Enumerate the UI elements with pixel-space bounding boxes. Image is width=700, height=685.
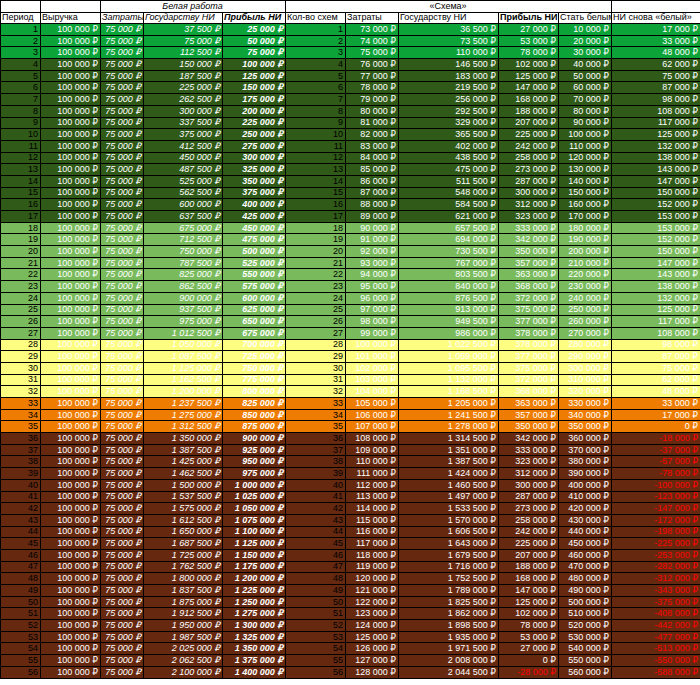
cell-scheme-count[interactable]: 52 <box>286 620 346 632</box>
cell-profit-white[interactable]: 225 000 ₽ <box>223 117 286 129</box>
cell-costs-scheme[interactable]: 78 000 ₽ <box>346 82 399 94</box>
cell-tax-scheme[interactable]: 949 500 ₽ <box>399 316 499 328</box>
header-cell-corner-blank[interactable] <box>1 1 41 13</box>
cell-ni-white-again[interactable]: 17 000 ₽ <box>612 24 700 36</box>
cell-costs-scheme[interactable]: 86 000 ₽ <box>346 175 399 187</box>
cell-period[interactable]: 35 <box>1 421 41 433</box>
cell-scheme-count[interactable]: 4 <box>286 59 346 71</box>
cell-tax-scheme[interactable]: 1 205 000 ₽ <box>399 398 499 410</box>
cell-ni-white-again[interactable]: -57 000 ₽ <box>612 456 700 468</box>
cell-profit-white[interactable]: 1 175 000 ₽ <box>223 561 286 573</box>
cell-ni-white-again[interactable]: 87 000 ₽ <box>612 351 700 363</box>
cell-tax-scheme[interactable]: 840 000 ₽ <box>399 281 499 293</box>
cell-scheme-count[interactable]: 12 <box>286 152 346 164</box>
cell-profit-white[interactable]: 1 150 000 ₽ <box>223 549 286 561</box>
cell-tax-scheme[interactable]: 1 570 000 ₽ <box>399 514 499 526</box>
cell-tax-scheme[interactable]: 1 241 500 ₽ <box>399 409 499 421</box>
cell-scheme-count[interactable]: 29 <box>286 351 346 363</box>
cell-costs-white[interactable]: 75 000 ₽ <box>101 514 144 526</box>
cell-profit-scheme[interactable]: 300 000 ₽ <box>499 479 559 491</box>
cell-become-white[interactable]: 70 000 ₽ <box>559 94 612 106</box>
cell-scheme-count[interactable]: 21 <box>286 257 346 269</box>
cell-tax-scheme[interactable]: 329 000 ₽ <box>399 117 499 129</box>
cell-period[interactable]: 49 <box>1 585 41 597</box>
cell-revenue[interactable]: 100 000 ₽ <box>41 281 101 293</box>
cell-revenue[interactable]: 100 000 ₽ <box>41 596 101 608</box>
cell-period[interactable]: 15 <box>1 187 41 199</box>
cell-profit-scheme[interactable]: 225 000 ₽ <box>499 129 559 141</box>
cell-become-white[interactable]: 560 000 ₽ <box>559 666 612 678</box>
cell-revenue[interactable]: 100 000 ₽ <box>41 94 101 106</box>
cell-costs-scheme[interactable]: 102 000 ₽ <box>346 362 399 374</box>
cell-tax-white[interactable]: 1 612 500 ₽ <box>144 514 223 526</box>
cell-ni-white-again[interactable]: 138 000 ₽ <box>612 281 700 293</box>
cell-period[interactable]: 21 <box>1 257 41 269</box>
cell-revenue[interactable]: 100 000 ₽ <box>41 362 101 374</box>
cell-ni-white-again[interactable]: 132 000 ₽ <box>612 140 700 152</box>
cell-period[interactable]: 5 <box>1 70 41 82</box>
cell-scheme-count[interactable]: 6 <box>286 82 346 94</box>
cell-tax-white[interactable]: 1 875 000 ₽ <box>144 596 223 608</box>
cell-ni-white-again[interactable]: -225 000 ₽ <box>612 538 700 550</box>
cell-period[interactable]: 42 <box>1 503 41 515</box>
cell-ni-white-again[interactable]: -78 000 ₽ <box>612 468 700 480</box>
cell-profit-white[interactable]: 1 075 000 ₽ <box>223 514 286 526</box>
cell-costs-scheme[interactable]: 88 000 ₽ <box>346 199 399 211</box>
cell-scheme-count[interactable]: 20 <box>286 246 346 258</box>
cell-become-white[interactable]: 10 000 ₽ <box>559 24 612 36</box>
cell-tax-scheme[interactable]: 1 314 500 ₽ <box>399 433 499 445</box>
cell-tax-white[interactable]: 37 500 ₽ <box>144 24 223 36</box>
cell-period[interactable]: 17 <box>1 211 41 223</box>
cell-ni-white-again[interactable]: -588 000 ₽ <box>612 666 700 678</box>
cell-ni-white-again[interactable]: -477 000 ₽ <box>612 631 700 643</box>
cell-ni-white-again[interactable]: 87 000 ₽ <box>612 82 700 94</box>
cell-tax-scheme[interactable]: 1 460 500 ₽ <box>399 479 499 491</box>
cell-period[interactable]: 19 <box>1 234 41 246</box>
cell-ni-white-again[interactable]: 98 000 ₽ <box>612 94 700 106</box>
cell-tax-scheme[interactable]: 876 500 ₽ <box>399 292 499 304</box>
cell-ni-white-again[interactable]: -442 000 ₽ <box>612 620 700 632</box>
cell-profit-white[interactable]: 1 025 000 ₽ <box>223 491 286 503</box>
cell-tax-white[interactable]: 1 537 500 ₽ <box>144 491 223 503</box>
cell-tax-white[interactable]: 450 000 ₽ <box>144 152 223 164</box>
cell-profit-white[interactable]: 1 325 000 ₽ <box>223 631 286 643</box>
cell-costs-white[interactable]: 75 000 ₽ <box>101 187 144 199</box>
cell-tax-scheme[interactable]: 621 000 ₽ <box>399 211 499 223</box>
cell-ni-white-again[interactable]: 98 000 ₽ <box>612 339 700 351</box>
cell-tax-scheme[interactable]: 1 679 500 ₽ <box>399 549 499 561</box>
cell-costs-white[interactable]: 75 000 ₽ <box>101 199 144 211</box>
cell-become-white[interactable]: 200 000 ₽ <box>559 246 612 258</box>
column-header-costs-scheme[interactable]: Затраты <box>346 12 399 24</box>
cell-become-white[interactable]: 340 000 ₽ <box>559 409 612 421</box>
cell-profit-scheme[interactable]: 350 000 ₽ <box>499 421 559 433</box>
cell-tax-scheme[interactable]: 657 500 ₽ <box>399 222 499 234</box>
cell-tax-white[interactable]: 412 500 ₽ <box>144 140 223 152</box>
cell-ni-white-again[interactable]: 150 000 ₽ <box>612 246 700 258</box>
cell-costs-white[interactable]: 75 000 ₽ <box>101 585 144 597</box>
cell-become-white[interactable]: 170 000 ₽ <box>559 211 612 223</box>
cell-ni-white-again[interactable]: -312 000 ₽ <box>612 573 700 585</box>
cell-tax-white[interactable]: 1 725 000 ₽ <box>144 549 223 561</box>
cell-costs-scheme[interactable]: 117 000 ₽ <box>346 538 399 550</box>
cell-profit-scheme[interactable]: 333 000 ₽ <box>499 444 559 456</box>
cell-costs-white[interactable]: 75 000 ₽ <box>101 655 144 667</box>
cell-costs-white[interactable]: 75 000 ₽ <box>101 468 144 480</box>
cell-become-white[interactable]: 260 000 ₽ <box>559 316 612 328</box>
cell-profit-scheme[interactable]: 363 000 ₽ <box>499 269 559 281</box>
cell-costs-white[interactable]: 75 000 ₽ <box>101 421 144 433</box>
cell-ni-white-again[interactable]: 125 000 ₽ <box>612 304 700 316</box>
cell-become-white[interactable]: 80 000 ₽ <box>559 105 612 117</box>
cell-tax-white[interactable]: 1 162 500 ₽ <box>144 374 223 386</box>
cell-revenue[interactable]: 100 000 ₽ <box>41 409 101 421</box>
cell-profit-white[interactable]: 650 000 ₽ <box>223 316 286 328</box>
cell-revenue[interactable]: 100 000 ₽ <box>41 35 101 47</box>
cell-costs-scheme[interactable]: 105 000 ₽ <box>346 398 399 410</box>
cell-tax-white[interactable]: 1 837 500 ₽ <box>144 585 223 597</box>
cell-profit-white[interactable]: 375 000 ₽ <box>223 187 286 199</box>
cell-tax-scheme[interactable]: 438 500 ₽ <box>399 152 499 164</box>
cell-tax-white[interactable]: 262 500 ₽ <box>144 94 223 106</box>
cell-period[interactable]: 4 <box>1 59 41 71</box>
cell-period[interactable]: 22 <box>1 269 41 281</box>
cell-ni-white-again[interactable]: 62 000 ₽ <box>612 59 700 71</box>
cell-costs-white[interactable]: 75 000 ₽ <box>101 573 144 585</box>
